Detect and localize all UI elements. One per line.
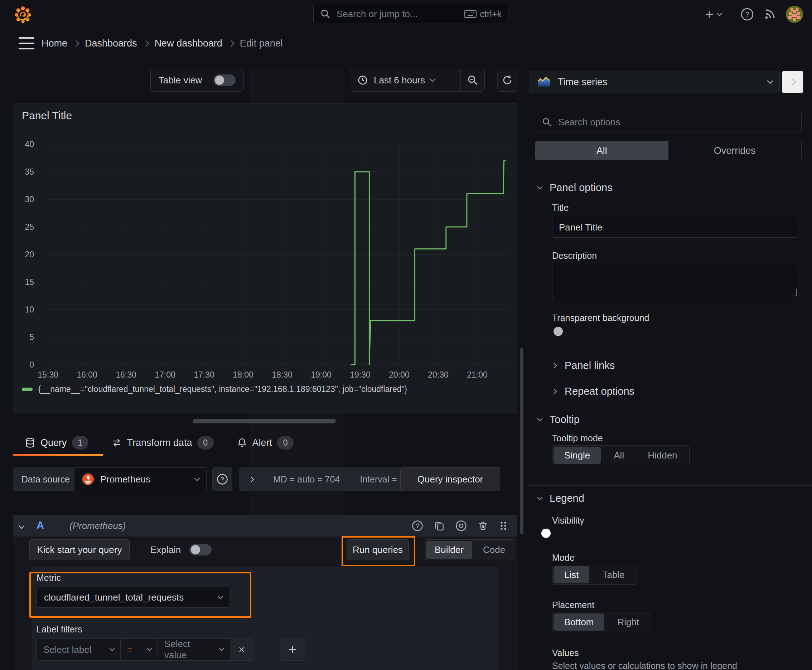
tooltip-section-header[interactable]: Tooltip [538,414,580,426]
time-series-viz-icon [537,75,551,89]
global-search[interactable]: ctrl+k [313,4,509,24]
legend-list-option[interactable]: List [554,566,589,584]
query-help-icon[interactable]: ? [411,520,424,532]
operator-dropdown[interactable]: = [120,638,158,661]
time-range-picker[interactable]: Last 6 hours [350,69,460,91]
legend-visibility-label: Visibility [552,515,584,526]
add-new-button[interactable] [704,9,721,20]
tooltip-single-option[interactable]: Single [554,447,601,464]
svg-text:16:00: 16:00 [76,370,97,379]
tooltip-all-option[interactable]: All [603,447,635,464]
series-label[interactable]: {__name__="cloudflared_tunnel_total_requ… [38,384,407,394]
query-inspector-button[interactable]: Query inspector [400,467,500,491]
scrollbar-thumb[interactable] [520,348,524,534]
legend-placement-segment: Bottom Right [552,612,651,632]
delete-query-icon[interactable] [477,520,489,531]
transform-count-badge: 0 [197,436,214,450]
help-button[interactable]: ? [741,7,754,21]
explain-toggle[interactable] [190,544,212,555]
legend-placement-label: Placement [552,600,594,610]
breadcrumb-separator [73,40,79,47]
code-option[interactable]: Code [475,541,514,559]
news-button[interactable] [763,8,776,21]
tooltip-hidden-option[interactable]: Hidden [637,447,688,464]
menu-toggle-icon[interactable] [19,37,34,49]
repeat-options-section[interactable]: Repeat options [552,382,634,400]
repeat-options-heading: Repeat options [565,386,634,397]
visualization-panel: Panel Title 051015202530354015:3016:0016… [13,103,517,413]
breadcrumb-new-dashboard[interactable]: New dashboard [155,38,222,49]
run-queries-button[interactable]: Run queries [347,540,409,560]
tab-all[interactable]: All [535,141,668,160]
search-input[interactable] [336,8,459,20]
svg-text:15:30: 15:30 [37,370,58,379]
top-nav-actions: ? [704,0,804,29]
zoom-out-icon [467,74,478,86]
tab-query[interactable]: Query 1 [25,436,88,450]
divider [529,485,812,486]
builder-option[interactable]: Builder [426,541,472,559]
placement-bottom-option[interactable]: Bottom [554,613,604,631]
select-label-dropdown[interactable]: Select label [37,638,120,661]
datasource-name: Prometheus [100,474,190,485]
panel-links-section[interactable]: Panel links [552,357,615,374]
builder-code-segment: Builder Code [425,540,515,560]
datasource-help-button[interactable]: ? [212,467,232,491]
visualization-picker[interactable]: Time series [529,71,780,93]
svg-text:20: 20 [25,250,34,259]
svg-text:20:00: 20:00 [389,370,410,379]
tab-transform[interactable]: Transform data 0 [111,436,214,450]
metric-select[interactable]: cloudflared_tunnel_total_requests [37,587,230,608]
refresh-button[interactable] [497,69,517,91]
chevron-right-icon [249,476,254,482]
rss-icon [763,8,776,21]
time-series-chart[interactable]: 051015202530354015:3016:0016:3017:0017:3… [13,104,517,383]
query-editor-card: A (Prometheus) ? Kick start your query E… [13,515,517,670]
select-value-dropdown[interactable]: Select value [158,638,230,661]
tab-query-label: Query [41,437,67,448]
duplicate-query-icon[interactable] [434,520,445,531]
placement-right-option[interactable]: Right [607,613,650,631]
drag-handle-icon[interactable] [499,520,508,531]
resize-handle[interactable] [193,419,336,423]
query-ref-id[interactable]: A [37,519,44,531]
tab-overrides[interactable]: Overrides [668,141,802,160]
metric-label: Metric [37,573,61,583]
chevron-down-icon[interactable] [19,523,24,530]
explain-label: Explain [150,544,181,555]
user-avatar[interactable] [785,5,804,23]
svg-text:20:30: 20:30 [428,370,449,379]
query-row-header[interactable]: A (Prometheus) ? [13,515,517,536]
collapse-sidebar-button[interactable] [782,71,804,93]
breadcrumb-dashboards[interactable]: Dashboards [85,38,137,49]
table-view-toggle[interactable] [214,74,236,86]
datasource-picker[interactable]: Prometheus [74,467,207,491]
datasource-row: Data source Prometheus ? MD = auto = 704… [13,467,517,491]
time-range-label: Last 6 hours [374,75,425,86]
prometheus-icon [81,473,95,486]
svg-text:40: 40 [25,140,34,149]
tab-alert[interactable]: Alert 0 [237,436,294,450]
legend-table-option[interactable]: Table [592,566,635,584]
zoom-out-button[interactable] [461,69,485,91]
svg-text:30: 30 [25,195,34,204]
bell-icon [237,437,247,448]
toggle-query-visibility-icon[interactable] [455,520,467,532]
remove-filter-button[interactable] [230,638,253,661]
panel-options-section-header[interactable]: Panel options [538,182,613,194]
kickstart-query-button[interactable]: Kick start your query [29,540,130,560]
breadcrumb-row: Home Dashboards New dashboard Edit panel… [0,29,812,58]
add-filter-button[interactable] [280,638,305,661]
series-color-swatch[interactable] [22,387,32,391]
tab-transform-label: Transform data [127,437,192,448]
panel-title-input[interactable] [552,217,798,238]
svg-text:?: ? [220,476,224,483]
clock-icon [357,75,368,86]
options-search-input[interactable] [558,116,795,128]
grafana-logo-icon[interactable] [14,4,32,24]
options-search[interactable] [535,112,802,132]
breadcrumb-home[interactable]: Home [42,38,67,49]
panel-description-textarea[interactable] [552,265,798,299]
legend-section-header[interactable]: Legend [538,492,584,504]
svg-text:17:00: 17:00 [155,370,175,379]
